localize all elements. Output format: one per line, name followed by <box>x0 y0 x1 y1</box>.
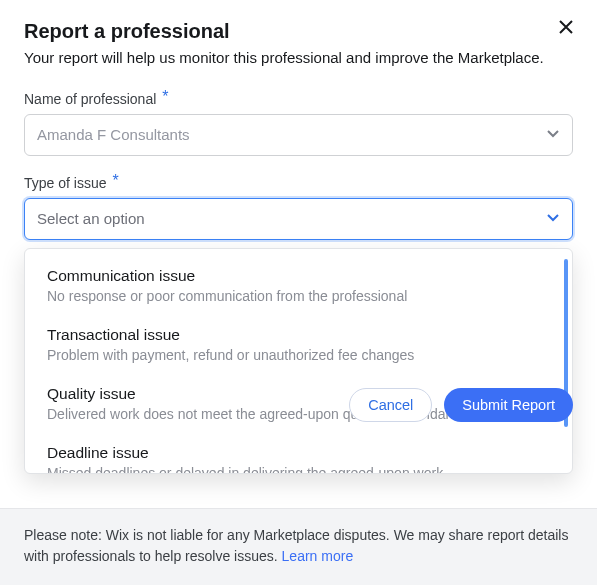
option-desc: Missed deadlines or delayed in deliverin… <box>47 464 550 474</box>
issue-label: Type of issue <box>24 175 107 191</box>
option-communication[interactable]: Communication issue No response or poor … <box>25 261 572 320</box>
field-issue: Type of issue * Select an option <box>24 174 573 240</box>
cancel-label: Cancel <box>368 397 413 413</box>
dropdown-list: Communication issue No response or poor … <box>25 249 572 474</box>
name-select[interactable]: Amanda F Consultants <box>24 114 573 156</box>
chevron-down-icon <box>546 210 560 227</box>
submit-label: Submit Report <box>462 397 555 413</box>
close-button[interactable] <box>557 18 575 40</box>
issue-dropdown: Communication issue No response or poor … <box>24 248 573 474</box>
chevron-down-icon <box>546 126 560 143</box>
option-desc: No response or poor communication from t… <box>47 287 550 306</box>
option-title: Deadline issue <box>47 444 550 462</box>
required-marker: * <box>162 88 168 106</box>
option-transactional[interactable]: Transactional issue Problem with payment… <box>25 320 572 379</box>
option-title: Communication issue <box>47 267 550 285</box>
name-label-row: Name of professional * <box>24 90 573 108</box>
issue-label-row: Type of issue * <box>24 174 573 192</box>
option-deadline[interactable]: Deadline issue Missed deadlines or delay… <box>25 438 572 474</box>
issue-select-placeholder: Select an option <box>37 210 145 227</box>
name-select-value: Amanda F Consultants <box>37 126 190 143</box>
option-title: Transactional issue <box>47 326 550 344</box>
action-row: Cancel Submit Report <box>349 388 573 422</box>
cancel-button[interactable]: Cancel <box>349 388 432 422</box>
name-label: Name of professional <box>24 91 156 107</box>
required-marker: * <box>113 172 119 190</box>
issue-select[interactable]: Select an option <box>24 198 573 240</box>
learn-more-link[interactable]: Learn more <box>282 548 354 564</box>
submit-button[interactable]: Submit Report <box>444 388 573 422</box>
close-icon <box>557 22 575 39</box>
report-modal: Report a professional Your report will h… <box>0 0 597 585</box>
modal-title: Report a professional <box>24 20 573 43</box>
option-desc: Problem with payment, refund or unauthor… <box>47 346 550 365</box>
field-name: Name of professional * Amanda F Consulta… <box>24 90 573 156</box>
modal-content: Report a professional Your report will h… <box>0 0 597 508</box>
footer-note: Please note: Wix is not liable for any M… <box>0 508 597 585</box>
modal-subtitle: Your report will help us monitor this pr… <box>24 47 573 70</box>
